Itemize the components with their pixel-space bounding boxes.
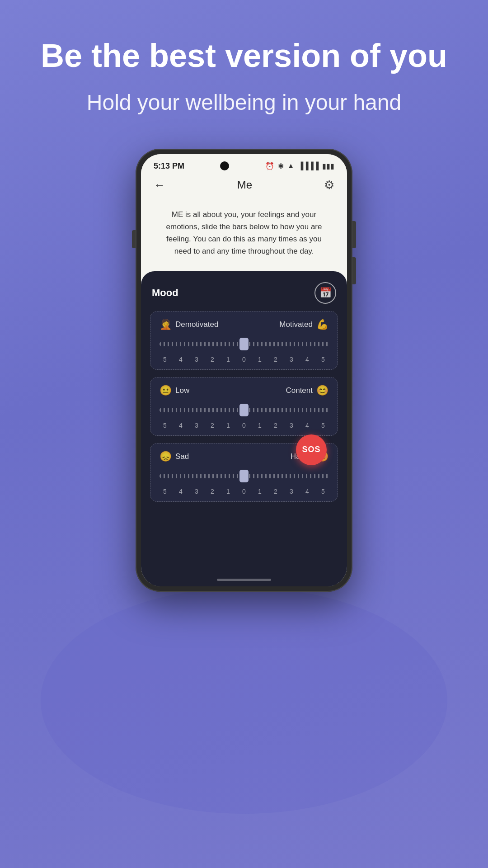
sad-icon: 😞 xyxy=(160,451,172,462)
slider-thumb-motivation[interactable] xyxy=(239,338,249,350)
slider-right-label-motivation: Motivated 💪 xyxy=(279,319,328,330)
slider-track-content[interactable] xyxy=(160,402,328,418)
slider-track-bar xyxy=(160,408,328,412)
slider-thumb-happy[interactable] xyxy=(239,470,249,482)
status-icons: ⏰ ✱ ▲ ▐▐▐▐ ▮▮▮ xyxy=(265,162,334,170)
demotivated-icon: 🤦 xyxy=(160,319,172,330)
slider-thumb-content[interactable] xyxy=(239,404,249,416)
content-icon: 😊 xyxy=(316,385,328,396)
slider-left-label-motivation: 🤦 Demotivated xyxy=(160,319,218,330)
slider-numbers-motivation: 5 4 3 2 1 0 1 2 3 4 5 xyxy=(160,356,328,363)
slider-numbers-content: 5 4 3 2 1 0 1 2 3 4 5 xyxy=(160,422,328,429)
status-bar: 5:13 PM ⏰ ✱ ▲ ▐▐▐▐ ▮▮▮ xyxy=(141,154,347,175)
phone-outer-frame: 5:13 PM ⏰ ✱ ▲ ▐▐▐▐ ▮▮▮ ← Me ⚙ ME is all … xyxy=(136,149,352,592)
phone-mockup: 5:13 PM ⏰ ✱ ▲ ▐▐▐▐ ▮▮▮ ← Me ⚙ ME is all … xyxy=(136,149,352,592)
home-indicator xyxy=(150,574,338,586)
header-section: Be the best version of you Hold your wel… xyxy=(14,0,474,135)
sos-label: SOS xyxy=(302,445,320,454)
alarm-icon: ⏰ xyxy=(265,162,274,170)
calendar-button[interactable]: 📅 xyxy=(314,282,336,304)
phone-volume-button xyxy=(132,230,136,248)
battery-icon: ▮▮▮ xyxy=(322,162,334,170)
slider-labels-motivation: 🤦 Demotivated Motivated 💪 xyxy=(160,319,328,330)
slider-card-motivation: 🤦 Demotivated Motivated 💪 xyxy=(150,311,338,370)
page-title: Me xyxy=(237,179,252,191)
bluetooth-icon: ✱ xyxy=(278,162,284,170)
slider-left-label-happy: 😞 Sad xyxy=(160,451,189,462)
mood-section: Mood 📅 🤦 Demotivated Motivated xyxy=(141,271,347,586)
signal-icon: ▐▐▐▐ xyxy=(298,162,319,170)
slider-track-bar xyxy=(160,474,328,478)
motivated-icon: 💪 xyxy=(316,319,328,330)
settings-button[interactable]: ⚙ xyxy=(324,178,334,192)
mood-header: Mood 📅 xyxy=(150,282,338,304)
description-text: ME is all about you, your feelings and y… xyxy=(157,208,331,258)
slider-left-label-content: 😐 Low xyxy=(160,385,189,396)
slider-card-content: 😐 Low Content 😊 5 xyxy=(150,377,338,436)
slider-numbers-happy: 5 4 3 2 1 0 1 2 3 4 5 xyxy=(160,488,328,495)
slider-card-happy: 😞 Sad Happy 😊 5 xyxy=(150,443,338,502)
main-title: Be the best version of you xyxy=(41,36,447,75)
low-icon: 😐 xyxy=(160,385,172,396)
camera-cutout xyxy=(220,161,229,170)
slider-labels-content: 😐 Low Content 😊 xyxy=(160,385,328,396)
slider-track-bar xyxy=(160,342,328,346)
background-arc xyxy=(41,588,447,814)
mood-label: Mood xyxy=(152,287,178,299)
slider-right-label-content: Content 😊 xyxy=(286,385,328,396)
phone-screen: 5:13 PM ⏰ ✱ ▲ ▐▐▐▐ ▮▮▮ ← Me ⚙ ME is all … xyxy=(141,154,347,586)
sos-button[interactable]: SOS xyxy=(296,434,327,465)
sub-title: Hold your wellbeing in your hand xyxy=(41,89,447,117)
home-bar xyxy=(217,579,271,581)
slider-track-happy[interactable] xyxy=(160,468,328,484)
status-time: 5:13 PM xyxy=(154,161,184,171)
description-box: ME is all about you, your feelings and y… xyxy=(141,199,347,271)
slider-track-motivation[interactable] xyxy=(160,336,328,352)
calendar-icon: 📅 xyxy=(319,287,332,299)
nav-bar: ← Me ⚙ xyxy=(141,175,347,199)
wifi-icon: ▲ xyxy=(287,162,295,170)
back-button[interactable]: ← xyxy=(154,178,165,192)
